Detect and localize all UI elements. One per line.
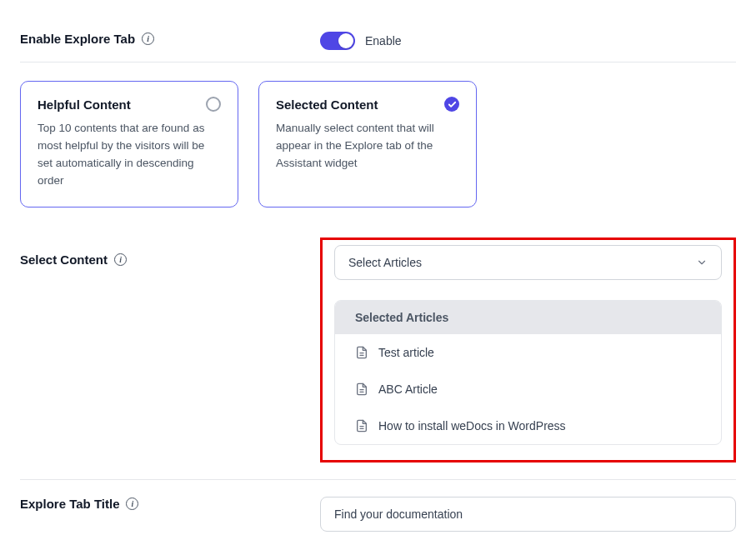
- selected-content-header: Selected Content: [276, 97, 459, 112]
- selected-article-item[interactable]: How to install weDocs in WordPress: [335, 408, 721, 444]
- selected-article-item[interactable]: ABC Article: [335, 371, 721, 408]
- select-articles-dropdown[interactable]: Select Articles: [334, 245, 722, 280]
- radio-checked-icon: [444, 97, 459, 112]
- selected-articles-header: Selected Articles: [335, 301, 721, 334]
- selected-articles-box: Selected Articles Test article ABC Artic…: [334, 300, 722, 445]
- enable-explore-tab-label: Enable Explore Tab: [20, 32, 135, 46]
- helpful-content-title: Helpful Content: [38, 98, 131, 112]
- explore-tab-subtitle1-row: Explore Tab Subtitle 1 i: [20, 543, 736, 555]
- explore-tab-title-row: Explore Tab Title i: [20, 485, 736, 543]
- enable-explore-tab-toggle-label: Enable: [365, 34, 402, 48]
- info-icon[interactable]: i: [114, 253, 127, 266]
- divider: [20, 479, 736, 480]
- selected-content-title: Selected Content: [276, 98, 378, 112]
- select-content-label-col: Select Content i: [20, 238, 320, 267]
- explore-tab-title-field: [320, 497, 736, 532]
- selected-article-text: How to install weDocs in WordPress: [378, 419, 566, 432]
- helpful-content-card[interactable]: Helpful Content Top 10 contents that are…: [20, 81, 238, 208]
- enable-explore-tab-label-col: Enable Explore Tab i: [20, 32, 320, 46]
- selected-article-text: ABC Article: [378, 382, 438, 396]
- chevron-down-icon: [696, 257, 708, 268]
- selected-content-card[interactable]: Selected Content Manually select content…: [258, 81, 477, 208]
- radio-unchecked-icon: [206, 97, 221, 112]
- explore-tab-title-label-col: Explore Tab Title i: [20, 497, 320, 511]
- helpful-content-desc: Top 10 contents that are found as most h…: [38, 120, 221, 190]
- helpful-content-header: Helpful Content: [38, 97, 221, 112]
- enable-explore-tab-row: Enable Explore Tab i Enable: [20, 20, 736, 62]
- select-content-highlight: Select Articles Selected Articles Test a…: [320, 238, 736, 462]
- select-content-label: Select Content: [20, 252, 108, 267]
- selected-article-item[interactable]: Test article: [335, 334, 721, 371]
- info-icon[interactable]: i: [142, 32, 154, 45]
- document-icon: [355, 419, 368, 432]
- info-icon[interactable]: i: [126, 498, 138, 510]
- document-icon: [355, 346, 368, 359]
- content-type-cards: Helpful Content Top 10 contents that are…: [20, 62, 736, 226]
- document-icon: [355, 382, 368, 396]
- explore-tab-title-input[interactable]: [320, 497, 736, 532]
- selected-article-text: Test article: [378, 346, 434, 359]
- explore-tab-title-label: Explore Tab Title: [20, 497, 119, 511]
- select-articles-placeholder: Select Articles: [348, 256, 422, 269]
- enable-explore-tab-toggle[interactable]: [320, 32, 355, 50]
- selected-content-desc: Manually select content that will appear…: [276, 120, 459, 172]
- select-content-row: Select Content i Select Articles Selecte…: [20, 226, 736, 474]
- enable-explore-tab-field: Enable: [320, 32, 736, 50]
